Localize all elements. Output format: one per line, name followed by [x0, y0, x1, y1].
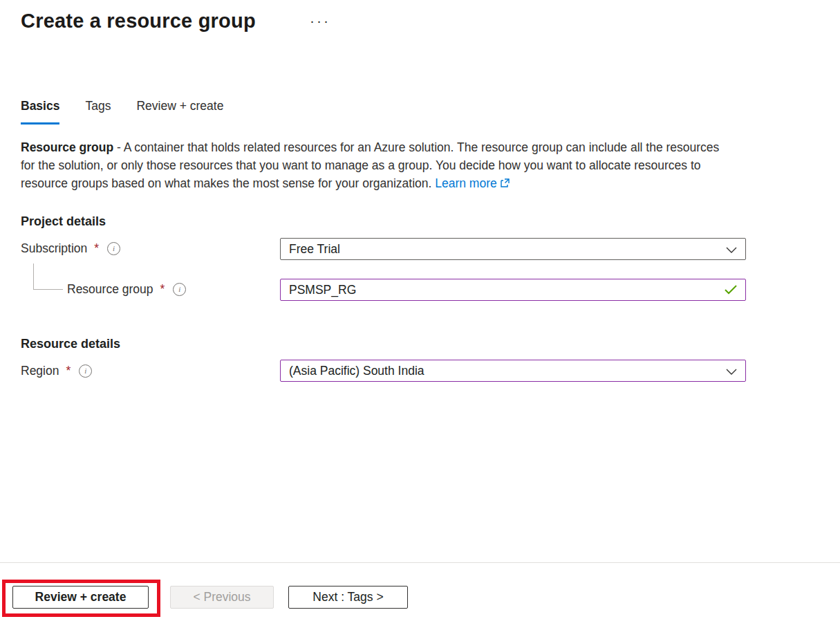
previous-button[interactable]: < Previous [170, 586, 274, 609]
required-asterisk: * [160, 282, 165, 297]
tab-tags[interactable]: Tags [85, 99, 111, 124]
resource-group-input[interactable] [281, 279, 725, 300]
project-details-heading: Project details [21, 214, 106, 229]
subscription-dropdown[interactable]: Free Trial [280, 238, 746, 260]
tab-review-create[interactable]: Review + create [136, 99, 223, 124]
page-title: Create a resource group [21, 10, 256, 33]
valid-check-icon [725, 285, 745, 295]
next-tags-button[interactable]: Next : Tags > [288, 586, 408, 609]
external-link-icon[interactable] [500, 175, 510, 193]
review-create-button[interactable]: Review + create [12, 586, 149, 609]
subscription-label: Subscription*i [21, 241, 120, 256]
more-options-icon[interactable]: ··· [310, 12, 330, 29]
resource-group-label: Resource group*i [67, 282, 186, 297]
info-icon[interactable]: i [173, 283, 186, 296]
footer-divider [0, 562, 840, 563]
wizard-tabs: Basics Tags Review + create [21, 99, 223, 124]
resource-group-field [280, 279, 746, 301]
chevron-down-icon [726, 242, 737, 257]
create-resource-group-page: Create a resource group ··· Basics Tags … [0, 0, 840, 619]
subscription-value: Free Trial [289, 242, 726, 257]
resource-group-description: Resource group - A container that holds … [21, 138, 736, 193]
region-dropdown[interactable]: (Asia Pacific) South India [280, 360, 746, 382]
region-label: Region*i [21, 364, 92, 378]
chevron-down-icon [726, 364, 737, 378]
required-asterisk: * [94, 241, 99, 256]
required-asterisk: * [66, 364, 71, 378]
learn-more-link[interactable]: Learn more [435, 176, 497, 190]
info-icon[interactable]: i [79, 364, 92, 378]
region-value: (Asia Pacific) South India [289, 364, 726, 378]
description-body: - A container that holds related resourc… [21, 140, 719, 190]
info-icon[interactable]: i [107, 242, 120, 255]
resource-details-heading: Resource details [21, 337, 120, 351]
tab-basics[interactable]: Basics [21, 99, 59, 124]
tree-connector-line [33, 264, 63, 290]
description-bold-lead: Resource group [21, 140, 113, 154]
